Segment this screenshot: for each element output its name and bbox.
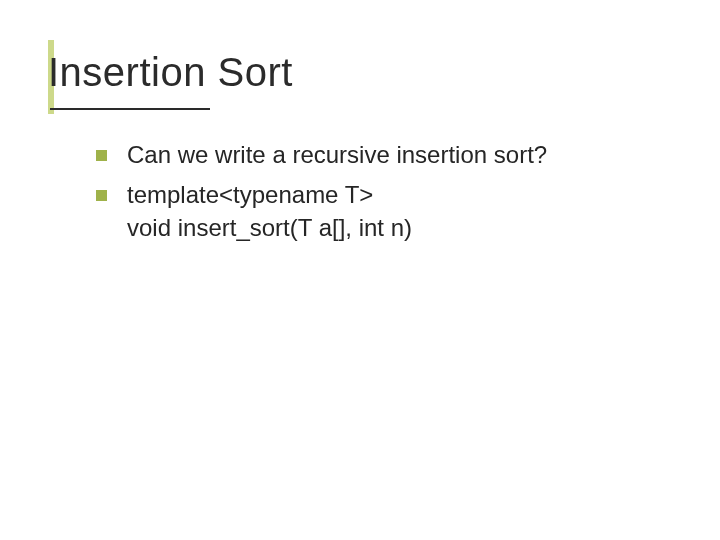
- slide: Insertion Sort Can we write a recursive …: [0, 0, 720, 540]
- square-bullet-icon: [96, 150, 107, 161]
- square-bullet-icon: [96, 190, 107, 201]
- bullet-line: void insert_sort(T a[], int n): [127, 211, 412, 245]
- title-wrap: Insertion Sort: [48, 50, 680, 95]
- slide-title: Insertion Sort: [48, 50, 680, 95]
- title-underline: [50, 108, 210, 110]
- bullet-line: template<typename T>: [127, 178, 412, 212]
- bullet-text: template<typename T> void insert_sort(T …: [127, 178, 412, 245]
- bullet-text: Can we write a recursive insertion sort?: [127, 138, 547, 172]
- bullet-line: Can we write a recursive insertion sort?: [127, 138, 547, 172]
- bullet-item: template<typename T> void insert_sort(T …: [96, 178, 660, 245]
- slide-body: Can we write a recursive insertion sort?…: [96, 138, 660, 251]
- bullet-item: Can we write a recursive insertion sort?: [96, 138, 660, 172]
